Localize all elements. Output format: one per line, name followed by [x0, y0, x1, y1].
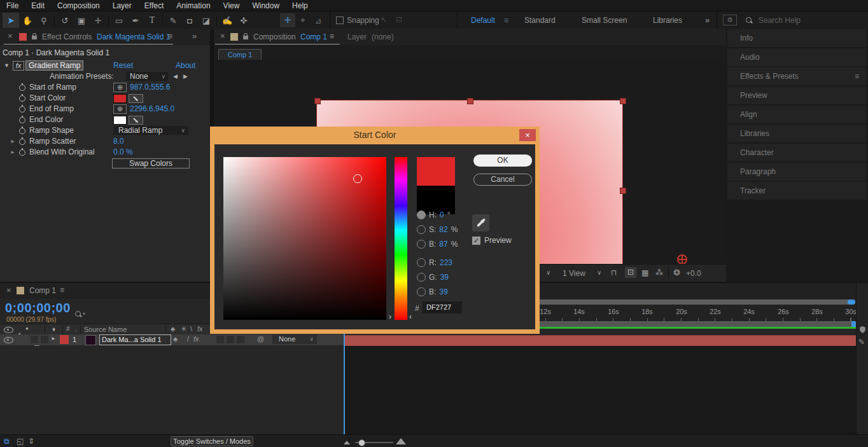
property-value[interactable]: 8.0	[113, 136, 124, 147]
eyedropper-icon[interactable]	[129, 116, 143, 125]
puppet-pin-tool[interactable]: ✜	[235, 16, 252, 25]
eyedropper-button[interactable]	[472, 214, 489, 231]
layer-row[interactable]: ► 1 Dark Ma...a Solid 1 ♣ / fx @ None ∨	[0, 334, 344, 345]
workspace-tab-default[interactable]: Default	[471, 16, 495, 25]
hue-strip[interactable]	[395, 157, 407, 320]
dialog-close-button[interactable]: ×	[519, 129, 536, 141]
snap-range-icon[interactable]: ⊡	[396, 15, 402, 24]
exposure-value[interactable]: +0.0	[686, 269, 701, 278]
green-field-row[interactable]: G: 39	[417, 270, 449, 284]
scrollbar-end-cap[interactable]	[848, 299, 855, 305]
panel-tab-libraries[interactable]: Libraries	[727, 125, 867, 142]
hand-tool[interactable]: ✋	[19, 16, 36, 25]
layer-switch-box[interactable]	[227, 336, 234, 343]
view-layout-dropdown[interactable]: 1 View	[563, 269, 585, 278]
workspace-tab-libraries[interactable]: Libraries	[653, 16, 682, 25]
comp-marker-pen-icon[interactable]: ✎	[858, 338, 865, 347]
panel-close-icon[interactable]: ×	[220, 31, 225, 41]
transparency-grid-icon[interactable]: ⊡	[625, 267, 636, 278]
selection-handle[interactable]	[314, 98, 321, 104]
panel-close-icon[interactable]: ×	[6, 285, 11, 295]
snap-option-icon[interactable]: ↖	[381, 15, 387, 24]
menu-window[interactable]: Window	[246, 1, 286, 10]
hex-input[interactable]: DF2727	[423, 301, 462, 313]
panel-tab-character[interactable]: Character	[727, 144, 867, 162]
panel-overflow-icon[interactable]: »	[192, 31, 197, 41]
current-timecode[interactable]: 0;00;00;00	[5, 301, 71, 315]
stopwatch-icon[interactable]	[19, 95, 25, 102]
stopwatch-icon[interactable]	[19, 128, 25, 134]
field-value[interactable]: 87	[439, 240, 447, 249]
preset-next-icon[interactable]: ▶	[183, 71, 188, 82]
preview-checkbox[interactable]: ✓	[472, 237, 480, 245]
view-layout-dropdown-icon[interactable]: ∨	[597, 269, 601, 276]
stopwatch-icon[interactable]	[19, 85, 25, 91]
effect-about-link[interactable]: About	[176, 60, 195, 71]
dialog-title-bar[interactable]: Start Color ×	[210, 127, 540, 144]
histogram-icon[interactable]: ▦	[641, 268, 648, 277]
eraser-tool[interactable]: ◪	[198, 16, 214, 25]
camera-tool[interactable]: ▣	[73, 16, 90, 25]
layer-switch-box[interactable]	[41, 336, 48, 343]
menu-layer[interactable]: Layer	[106, 1, 138, 10]
region-of-interest-icon[interactable]: ⊓	[611, 268, 617, 277]
panel-menu-icon[interactable]: ≡	[855, 67, 859, 85]
effect-reset-link[interactable]: Reset	[113, 60, 133, 71]
workspace-tab-standard[interactable]: Standard	[524, 16, 556, 25]
zoom-tool[interactable]: ⚲	[36, 16, 52, 25]
preview-control[interactable]: ✓ Preview	[472, 236, 512, 245]
timeline-search-icon[interactable]	[75, 311, 81, 317]
comp-view-tab[interactable]: Comp 1	[218, 49, 262, 60]
saturation-field-row[interactable]: S: 82 %	[417, 223, 458, 237]
red-radio[interactable]	[417, 258, 426, 267]
menu-view[interactable]: View	[217, 1, 246, 10]
timeline-tab-title[interactable]: Comp 1	[29, 286, 56, 295]
timeline-zoom-knob[interactable]	[358, 439, 365, 446]
blue-field-row[interactable]: B: 39	[417, 285, 448, 299]
parent-pick-whip-icon[interactable]: @	[257, 335, 264, 343]
red-field-row[interactable]: R: 223	[417, 256, 452, 270]
start-color-swatch[interactable]	[113, 94, 127, 103]
search-help-input[interactable]: Search Help	[759, 16, 801, 25]
eyedropper-icon[interactable]	[129, 94, 143, 103]
layer-switch-box[interactable]	[237, 336, 244, 343]
property-value[interactable]: 0.0 %	[113, 147, 133, 158]
magnification-dropdown-icon[interactable]: ∨	[546, 269, 550, 276]
snapping-control[interactable]: Snapping	[336, 16, 379, 25]
brightness-field-row[interactable]: B: 87 %	[417, 237, 458, 251]
in-out-panes-icon[interactable]: ⇕	[28, 437, 34, 446]
pan-behind-tool[interactable]: ✛	[90, 16, 106, 25]
brightness-radio[interactable]	[417, 240, 426, 249]
saturation-brightness-field[interactable]	[223, 157, 386, 320]
search-caret-icon[interactable]: ▾	[83, 311, 85, 317]
menu-effect[interactable]: Effect	[138, 1, 170, 10]
swap-colors-button[interactable]: Swap Colors	[112, 158, 190, 168]
animation-presets-dropdown[interactable]: None ∨	[126, 72, 168, 81]
panel-title-dim[interactable]: Composition	[253, 32, 296, 41]
stamp-tool[interactable]: ◘	[181, 16, 198, 25]
panel-close-icon[interactable]: ×	[8, 31, 13, 41]
layer-duration-bar[interactable]	[345, 335, 856, 346]
panel-tab-tracker[interactable]: Tracker	[727, 182, 867, 200]
hue-selector-right-arrow[interactable]: ‹	[409, 312, 412, 321]
panel-title-dim[interactable]: Effect Controls	[42, 32, 92, 41]
panel-tab-paragraph[interactable]: Paragraph	[727, 163, 867, 181]
panel-tab-info[interactable]: Info	[727, 29, 867, 47]
hue-selector-left-arrow[interactable]: ›	[389, 312, 391, 321]
layer-parent-icon[interactable]: ♣	[173, 335, 178, 343]
selection-tool[interactable]: ➤	[3, 13, 19, 28]
end-color-swatch[interactable]	[113, 116, 127, 125]
field-value[interactable]: 39	[439, 287, 447, 296]
stopwatch-icon[interactable]	[19, 139, 25, 145]
brush-tool[interactable]: ✎	[165, 16, 181, 25]
saturation-radio[interactable]	[417, 225, 426, 234]
layer-expand-icon[interactable]: ►	[51, 336, 56, 341]
workspace-settings-button[interactable]: ⚙	[723, 15, 737, 25]
green-radio[interactable]	[417, 273, 426, 282]
menu-file[interactable]: File	[0, 1, 25, 10]
parent-dropdown[interactable]: None ∨	[272, 334, 317, 344]
view-axis-mode-button[interactable]: ⊿	[311, 16, 326, 25]
zoom-in-mountain-icon[interactable]	[396, 438, 406, 444]
stopwatch-icon[interactable]	[19, 106, 25, 113]
preset-prev-icon[interactable]: ◀	[173, 71, 178, 82]
